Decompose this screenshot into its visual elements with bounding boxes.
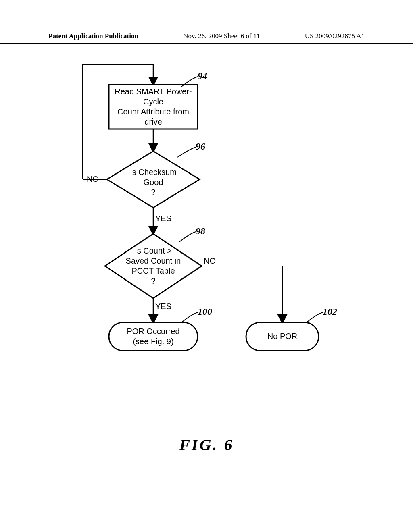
ref-102: 102 (323, 306, 337, 317)
decision-98-text: Is Count > Saved Count in PCCT Table ? (113, 246, 194, 286)
label-yes-96: YES (155, 214, 175, 224)
flowchart: Read SMART Power- Cycle Count Attribute … (48, 64, 365, 427)
page-header: Patent Application Publication Nov. 26, … (0, 32, 413, 44)
flowchart-svg (48, 64, 365, 427)
label-no-98: NO (204, 256, 220, 266)
label-yes-98: YES (155, 301, 175, 312)
header-right: US 2009/0292875 A1 (305, 32, 365, 40)
ref-94: 94 (198, 71, 207, 81)
box-94-text: Read SMART Power- Cycle Count Attribute … (109, 87, 198, 127)
terminal-102-text: No POR (246, 331, 319, 341)
figure-caption: FIG. 6 (0, 435, 413, 454)
header-center: Nov. 26, 2009 Sheet 6 of 11 (183, 32, 260, 40)
label-no-96: NO (87, 174, 107, 184)
ref-96: 96 (196, 141, 205, 152)
ref-98: 98 (196, 226, 205, 237)
ref-100: 100 (198, 306, 212, 317)
decision-96-text: Is Checksum Good ? (117, 167, 190, 197)
header-left: Patent Application Publication (48, 32, 138, 40)
terminal-100-text: POR Occurred (see Fig. 9) (109, 326, 198, 347)
